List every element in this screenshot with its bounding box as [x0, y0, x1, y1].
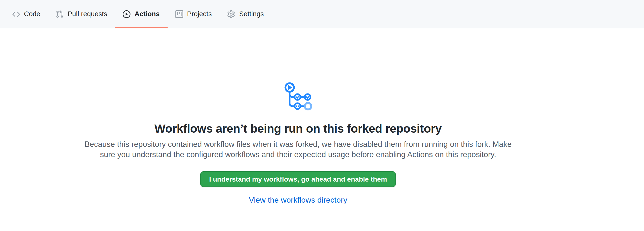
- gear-icon: [228, 10, 235, 18]
- tab-settings[interactable]: Settings: [220, 0, 272, 28]
- repo-tab-nav: Code Pull requests Actions Projects: [0, 0, 644, 28]
- blankslate-description: Because this repository contained workfl…: [78, 139, 518, 159]
- description-line-1: Because this repository contained workfl…: [84, 140, 512, 148]
- code-icon: [12, 10, 20, 18]
- tab-projects[interactable]: Projects: [168, 0, 220, 28]
- tab-settings-label: Settings: [239, 9, 264, 19]
- enable-workflows-button[interactable]: I understand my workflows, go ahead and …: [200, 171, 396, 187]
- github-actions-page: Code Pull requests Actions Projects: [0, 0, 644, 231]
- page-title: Workflows aren’t being run on this forke…: [78, 121, 518, 136]
- tab-code-label: Code: [24, 9, 40, 19]
- tab-actions[interactable]: Actions: [115, 0, 168, 28]
- repo-tabs: Code Pull requests Actions Projects: [4, 0, 272, 28]
- view-workflows-directory-link[interactable]: View the workflows directory: [78, 194, 518, 206]
- tab-actions-label: Actions: [134, 9, 160, 19]
- tab-code[interactable]: Code: [4, 0, 48, 28]
- tab-pull-requests-label: Pull requests: [68, 9, 107, 19]
- description-line-2: sure you understand the configured workf…: [100, 150, 496, 159]
- tab-pull-requests[interactable]: Pull requests: [48, 0, 115, 28]
- tab-projects-label: Projects: [187, 9, 212, 19]
- play-icon: [123, 10, 131, 18]
- project-icon: [176, 10, 183, 18]
- workflow-graph-icon: [284, 82, 312, 111]
- actions-disabled-blankslate: Workflows aren’t being run on this forke…: [78, 82, 518, 206]
- git-pull-request-icon: [56, 10, 64, 18]
